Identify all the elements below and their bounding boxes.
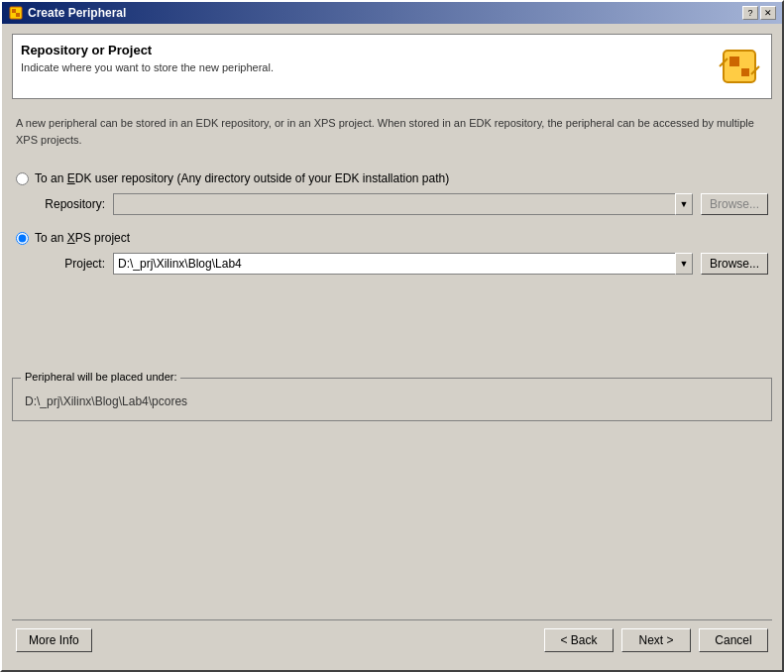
xps-radio[interactable] [16,232,29,245]
edk-section: To an EDK user repository (Any directory… [16,171,768,215]
edk-radio-label[interactable]: To an EDK user repository (Any directory… [35,171,449,185]
repository-dropdown-btn[interactable]: ▼ [675,193,693,215]
repository-input[interactable] [113,193,675,215]
create-peripheral-window: Create Peripheral ? ✕ Repository or Proj… [0,0,784,672]
help-button[interactable]: ? [742,6,758,20]
spacer [12,429,772,612]
next-button[interactable]: Next > [621,628,691,652]
edk-radio[interactable] [16,172,29,185]
xps-section: To an XPS project Project: ▼ Browse... [16,231,768,275]
cancel-button[interactable]: Cancel [699,628,768,652]
repository-label: Repository: [36,197,105,211]
window-content: Repository or Project Indicate where you… [2,24,782,670]
header-text: Repository or Project Indicate where you… [21,43,274,73]
header-subtitle: Indicate where you want to store the new… [21,61,274,73]
footer: More Info < Back Next > Cancel [12,619,772,660]
project-combo: ▼ [113,253,693,275]
header-icon [716,43,763,90]
more-info-button[interactable]: More Info [16,628,92,652]
close-button[interactable]: ✕ [760,6,776,20]
project-label: Project: [36,257,105,271]
project-input[interactable] [113,253,675,275]
header-title: Repository or Project [21,43,274,57]
window-icon [8,5,24,21]
svg-rect-5 [741,68,749,76]
title-bar: Create Peripheral ? ✕ [2,2,782,24]
peripheral-path: D:\_prj\Xilinx\Blog\Lab4\pcores [25,394,759,408]
svg-rect-4 [729,56,739,66]
project-browse-button[interactable]: Browse... [701,253,768,275]
title-bar-left: Create Peripheral [8,5,126,21]
svg-rect-1 [12,9,16,13]
svg-rect-2 [16,13,20,17]
description-text: A new peripheral can be stored in an EDK… [12,107,772,156]
repository-combo: ▼ [113,193,693,215]
repository-field-row: Repository: ▼ Browse... [36,193,768,215]
title-bar-right: ? ✕ [742,6,776,20]
peripheral-box: Peripheral will be placed under: D:\_prj… [12,378,772,421]
project-dropdown-btn[interactable]: ▼ [675,253,693,275]
xps-radio-row: To an XPS project [16,231,768,245]
footer-left: More Info [16,628,92,652]
xps-radio-label[interactable]: To an XPS project [35,231,130,245]
project-field-row: Project: ▼ Browse... [36,253,768,275]
header-section: Repository or Project Indicate where you… [12,34,772,99]
footer-right: < Back Next > Cancel [544,628,768,652]
repository-browse-button[interactable]: Browse... [701,193,768,215]
title-text: Create Peripheral [28,6,126,20]
edk-radio-row: To an EDK user repository (Any directory… [16,171,768,185]
back-button[interactable]: < Back [544,628,614,652]
peripheral-legend: Peripheral will be placed under: [21,371,180,383]
main-area: To an EDK user repository (Any directory… [12,164,772,362]
